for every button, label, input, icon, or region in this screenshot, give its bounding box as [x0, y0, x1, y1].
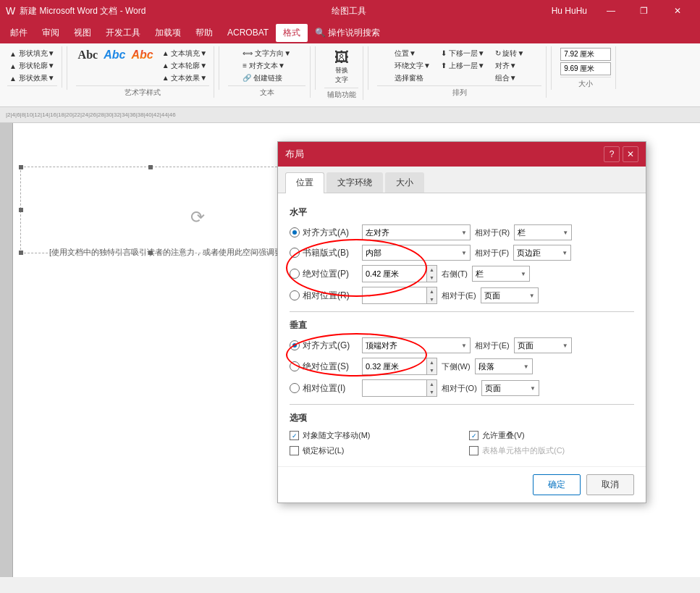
menu-devtools[interactable]: 开发工具 [98, 24, 148, 42]
title-bar: W 新建 Microsoft Word 文档 - Word 绘图工具 Hu Hu… [0, 0, 700, 22]
h-abs-relative-select[interactable]: 栏 ▼ [472, 266, 530, 282]
h-rel-controls: ▲ ▼ 相对于(E) 页面 ▼ [362, 287, 634, 304]
v-rel-relative-select[interactable]: 页面 ▼ [481, 380, 539, 396]
text-align-btn[interactable]: ≡ 对齐文本▼ [240, 60, 287, 72]
v-abs-row: 绝对位置(S) 0.32 厘米 ▲ ▼ 下侧(W) 段落 [290, 358, 634, 375]
dialog-tabs: 位置 文字环绕 大小 [278, 167, 646, 193]
h-book-rel-arrow: ▼ [562, 250, 568, 256]
menu-review[interactable]: 审阅 [35, 24, 67, 42]
move-down-btn[interactable]: ⬇ 下移一层▼ [439, 48, 487, 59]
v-abs-down[interactable]: ▼ [427, 366, 437, 374]
option-allow-overlap[interactable]: ✓ 允许重叠(V) [469, 430, 634, 441]
h-rel-radio[interactable] [290, 290, 300, 300]
text-outline-btn[interactable]: ▲ 文本轮廓▼ [160, 60, 210, 72]
text-fill-btn[interactable]: ▲ 文本填充▼ [160, 48, 210, 59]
menu-help[interactable]: 帮助 [188, 24, 220, 42]
lock-anchor-checkbox[interactable] [290, 446, 299, 455]
wordart-style-2[interactable]: Abc [101, 48, 127, 62]
move-with-text-checkbox[interactable]: ✓ [290, 431, 299, 440]
dialog-body: 水平 对齐方式(A) 左对齐 ▼ 相对于(R) 栏 ▼ [278, 193, 646, 466]
tab-text-wrap[interactable]: 文字环绕 [326, 172, 383, 193]
shape-effect-btn[interactable]: ▲ 形状效果▼ [7, 72, 57, 84]
v-abs-label[interactable]: 绝对位置(S) [290, 361, 362, 373]
option-lock-anchor[interactable]: 锁定标记(L) [290, 445, 455, 456]
select-pane-btn[interactable]: 选择窗格 [392, 72, 433, 84]
rotate-btn[interactable]: ↻ 旋转▼ [493, 48, 527, 59]
h-book-select[interactable]: 内部 ▼ [362, 245, 471, 261]
shape-outline-btn[interactable]: ▲ 形状轮廓▼ [7, 60, 57, 72]
window-controls: — ❐ ✕ [594, 0, 694, 22]
group-btn[interactable]: 组合▼ [493, 72, 527, 84]
cancel-button[interactable]: 取消 [586, 474, 634, 495]
h-abs-up[interactable]: ▲ [427, 266, 437, 274]
tab-position[interactable]: 位置 [285, 172, 324, 193]
h-book-relative-select[interactable]: 页边距 ▼ [513, 245, 571, 261]
v-rel-down[interactable]: ▼ [427, 388, 437, 396]
v-abs-up[interactable]: ▲ [427, 358, 437, 366]
h-align-controls: 左对齐 ▼ 相对于(R) 栏 ▼ [362, 224, 634, 240]
h-rel-label[interactable]: 相对位置(R) [290, 290, 362, 302]
wordart-style-3[interactable]: Abc [129, 48, 155, 62]
wrap-text-btn[interactable]: 环绕文字▼ [392, 60, 433, 72]
wordart-style-1[interactable]: Abc [76, 48, 101, 62]
v-align-relative-select[interactable]: 页面 ▼ [514, 337, 572, 353]
h-align-label[interactable]: 对齐方式(A) [290, 227, 362, 239]
menu-view[interactable]: 视图 [67, 24, 98, 42]
v-rel-radio[interactable] [290, 383, 300, 393]
h-align-relative-select[interactable]: 栏 ▼ [514, 224, 572, 240]
replace-text-btn[interactable]: 🖼 替换文字 [330, 48, 353, 86]
h-rel-spinner[interactable] [362, 287, 427, 304]
h-book-radio[interactable] [290, 248, 300, 258]
user-name: Hu HuHu [552, 6, 587, 16]
v-rel-up[interactable]: ▲ [427, 380, 437, 388]
v-align-rel-arrow: ▼ [562, 342, 568, 349]
menu-search[interactable]: 🔍 操作说明搜索 [308, 24, 387, 42]
v-abs-radio[interactable] [290, 361, 300, 371]
v-align-label[interactable]: 对齐方式(G) [290, 340, 362, 352]
menu-format[interactable]: 格式 [276, 24, 308, 42]
h-abs-label[interactable]: 绝对位置(P) [290, 268, 362, 280]
h-align-select[interactable]: 左对齐 ▼ [362, 224, 471, 240]
dialog-close-btn[interactable]: ✕ [623, 146, 638, 162]
h-rel-down[interactable]: ▼ [427, 295, 437, 303]
h-align-radio[interactable] [290, 227, 300, 237]
menu-acrobat[interactable]: ACROBAT [220, 25, 276, 41]
text-direction-btn[interactable]: ⟺ 文字方向▼ [240, 48, 293, 59]
close-btn[interactable]: ✕ [661, 0, 694, 22]
h-rel-up[interactable]: ▲ [427, 287, 437, 295]
v-abs-spinner[interactable]: 0.32 厘米 [362, 358, 427, 375]
align-btn[interactable]: 对齐▼ [493, 60, 527, 72]
h-abs-down[interactable]: ▼ [427, 274, 437, 282]
create-link-btn[interactable]: 🔗 创建链接 [240, 72, 284, 84]
text-effect-btn[interactable]: ▲ 文本效果▼ [160, 72, 210, 84]
option-move-with-text[interactable]: ✓ 对象随文字移动(M) [290, 430, 455, 441]
move-up-btn[interactable]: ⬆ 上移一层▼ [439, 60, 487, 72]
allow-overlap-checkbox[interactable]: ✓ [469, 431, 478, 440]
minimize-btn[interactable]: — [594, 0, 628, 22]
v-rel-spinner[interactable] [362, 379, 427, 397]
tab-size[interactable]: 大小 [385, 172, 424, 193]
shape-fill-btn[interactable]: ▲ 形状填充▼ [7, 48, 57, 59]
v-abs-relative-select[interactable]: 段落 ▼ [475, 358, 533, 374]
layout-dialog[interactable]: 布局 ? ✕ 位置 文字环绕 大小 水平 对齐方式(A) [277, 141, 646, 503]
size-height-input[interactable]: 9.69 厘米 [560, 62, 611, 75]
dialog-footer: 确定 取消 [278, 466, 646, 502]
h-abs-spinner[interactable]: 0.42 厘米 [362, 265, 427, 282]
h-align-rel-arrow: ▼ [562, 230, 568, 236]
menu-addins[interactable]: 加载项 [148, 24, 188, 42]
v-rel-label[interactable]: 相对位置(I) [290, 382, 362, 395]
size-width-input[interactable]: 7.92 厘米 [560, 48, 611, 61]
v-align-select[interactable]: 顶端对齐 ▼ [362, 337, 471, 353]
position-btn[interactable]: 位置▼ [392, 48, 433, 59]
h-rel-relative-select[interactable]: 页面 ▼ [481, 287, 539, 303]
h-book-label[interactable]: 书籍版式(B) [290, 247, 362, 259]
dialog-help-btn[interactable]: ? [604, 146, 620, 162]
ruler: |2|4|6|8|10|12|14|16|18|20|22|24|26|28|3… [0, 107, 700, 123]
menu-mail[interactable]: 邮件 [3, 24, 35, 42]
ok-button[interactable]: 确定 [533, 474, 581, 495]
h-abs-radio[interactable] [290, 269, 300, 279]
wordart-label: 艺术字样式 [76, 85, 210, 98]
v-align-radio[interactable] [290, 340, 300, 350]
restore-btn[interactable]: ❐ [628, 0, 661, 22]
side-panel [0, 123, 13, 577]
